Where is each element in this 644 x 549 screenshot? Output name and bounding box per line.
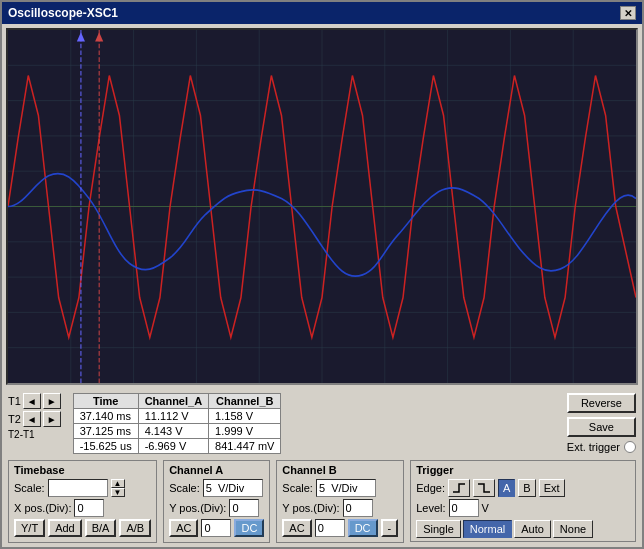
timebase-scale-label: Scale: [14, 482, 45, 494]
t1-left-btn[interactable]: ◄ [23, 393, 41, 409]
chb-scale-row: Scale: [282, 479, 398, 497]
table-row-t2t1: -15.625 us -6.969 V 841.447 mV [73, 439, 281, 454]
bottom-controls: Timebase Scale: 50 us/Div ▲ ▼ X pos.(Div… [8, 460, 636, 543]
t-indicators: T1 ◄ ► T2 ◄ ► T2-T1 [8, 393, 61, 440]
trigger-level-row: Level: V [416, 499, 630, 517]
oscilloscope-window: Oscilloscope-XSC1 ✕ [0, 0, 644, 549]
trigger-a-btn[interactable]: A [498, 479, 515, 497]
trigger-none-btn[interactable]: None [553, 520, 593, 538]
cha-scale-input[interactable] [203, 479, 263, 497]
trigger-falling-btn[interactable] [473, 479, 495, 497]
t2-time: 37.125 ms [73, 424, 138, 439]
reverse-button[interactable]: Reverse [567, 393, 636, 413]
chb-coupling-row: AC DC - [282, 519, 398, 537]
ext-trigger-row: Ext. trigger [567, 441, 636, 453]
t2t1-cha: -6.969 V [138, 439, 208, 454]
trigger-v-label: V [482, 502, 489, 514]
ba-button[interactable]: B/A [85, 519, 117, 537]
t2-label: T2 [8, 413, 21, 425]
chb-ypos-input[interactable] [343, 499, 373, 517]
timebase-down-btn[interactable]: ▼ [111, 488, 125, 497]
controls-area: T1 ◄ ► T2 ◄ ► T2-T1 Time Channel_A [2, 389, 642, 547]
falling-edge-icon [476, 481, 492, 495]
t1-cha: 11.112 V [138, 409, 208, 424]
trigger-title: Trigger [416, 464, 630, 476]
cha-dc-button[interactable]: DC [234, 519, 264, 537]
timebase-scale-input[interactable]: 50 us/Div [48, 479, 108, 497]
chb-scale-label: Scale: [282, 482, 313, 494]
trigger-auto-btn[interactable]: Auto [514, 520, 551, 538]
cha-val-input[interactable] [201, 519, 231, 537]
timebase-group: Timebase Scale: 50 us/Div ▲ ▼ X pos.(Div… [8, 460, 157, 543]
right-controls: Reverse Save Ext. trigger [567, 393, 636, 453]
rising-edge-icon [451, 481, 467, 495]
trigger-edge-label: Edge: [416, 482, 445, 494]
trigger-level-input[interactable] [449, 499, 479, 517]
timebase-mode-row: Y/T Add B/A A/B [14, 519, 151, 537]
channel-a-title: Channel A [169, 464, 264, 476]
t2-right-btn[interactable]: ► [43, 411, 61, 427]
timebase-xpos-input[interactable] [74, 499, 104, 517]
t1-time: 37.140 ms [73, 409, 138, 424]
t2t1-label: T2-T1 [8, 429, 35, 440]
cha-ypos-row: Y pos.(Div): [169, 499, 264, 517]
trigger-rising-btn[interactable] [448, 479, 470, 497]
close-button[interactable]: ✕ [620, 6, 636, 20]
cha-coupling-row: AC DC [169, 519, 264, 537]
t2t1-time: -15.625 us [73, 439, 138, 454]
cha-ypos-label: Y pos.(Div): [169, 502, 226, 514]
chb-ac-button[interactable]: AC [282, 519, 311, 537]
t2-cha: 4.143 V [138, 424, 208, 439]
trigger-b-btn[interactable]: B [518, 479, 535, 497]
channel-b-group: Channel B Scale: Y pos.(Div): AC DC - [276, 460, 404, 543]
chb-ypos-row: Y pos.(Div): [282, 499, 398, 517]
svg-marker-22 [95, 32, 103, 41]
t2-row: T2 ◄ ► [8, 411, 61, 427]
trigger-edge-row: Edge: A B Ext [416, 479, 630, 497]
measurements-section: T1 ◄ ► T2 ◄ ► T2-T1 Time Channel_A [8, 393, 636, 454]
yt-button[interactable]: Y/T [14, 519, 45, 537]
timebase-up-btn[interactable]: ▲ [111, 479, 125, 488]
timebase-scale-row: Scale: 50 us/Div ▲ ▼ [14, 479, 151, 497]
ab-button[interactable]: A/B [119, 519, 151, 537]
timebase-spinner: ▲ ▼ [111, 479, 125, 497]
trigger-normal-btn[interactable]: Normal [463, 520, 512, 538]
col-cha-header: Channel_A [138, 394, 208, 409]
cha-ypos-input[interactable] [229, 499, 259, 517]
col-chb-header: Channel_B [209, 394, 281, 409]
trigger-single-btn[interactable]: Single [416, 520, 461, 538]
save-button[interactable]: Save [567, 417, 636, 437]
cha-ac-button[interactable]: AC [169, 519, 198, 537]
title-bar: Oscilloscope-XSC1 ✕ [2, 2, 642, 24]
timebase-xpos-label: X pos.(Div): [14, 502, 71, 514]
oscilloscope-display [6, 28, 638, 385]
trigger-ext-btn[interactable]: Ext [539, 479, 565, 497]
t1-right-btn[interactable]: ► [43, 393, 61, 409]
t1-row: T1 ◄ ► [8, 393, 61, 409]
t2-chb: 1.999 V [209, 424, 281, 439]
t1-label: T1 [8, 395, 21, 407]
chb-dc-button[interactable]: DC [348, 519, 378, 537]
svg-marker-21 [77, 32, 85, 41]
table-row-t2: 37.125 ms 4.143 V 1.999 V [73, 424, 281, 439]
add-button[interactable]: Add [48, 519, 82, 537]
t1-chb: 1.158 V [209, 409, 281, 424]
col-time-header: Time [73, 394, 138, 409]
timebase-xpos-row: X pos.(Div): [14, 499, 151, 517]
waveform-canvas [8, 30, 636, 383]
measurements-table: Time Channel_A Channel_B 37.140 ms 11.11… [73, 393, 282, 454]
channel-b-title: Channel B [282, 464, 398, 476]
cha-scale-row: Scale: [169, 479, 264, 497]
chb-minus-button[interactable]: - [381, 519, 399, 537]
trigger-mode-row: Single Normal Auto None [416, 520, 630, 538]
ext-trigger-radio[interactable] [624, 441, 636, 453]
chb-ypos-label: Y pos.(Div): [282, 502, 339, 514]
chb-val-input[interactable] [315, 519, 345, 537]
channel-a-group: Channel A Scale: Y pos.(Div): AC DC [163, 460, 270, 543]
window-title: Oscilloscope-XSC1 [8, 6, 118, 20]
t2-left-btn[interactable]: ◄ [23, 411, 41, 427]
t2t1-row: T2-T1 [8, 429, 61, 440]
ext-trigger-label: Ext. trigger [567, 441, 620, 453]
chb-scale-input[interactable] [316, 479, 376, 497]
trigger-group: Trigger Edge: A B Ext Level: V [410, 460, 636, 542]
